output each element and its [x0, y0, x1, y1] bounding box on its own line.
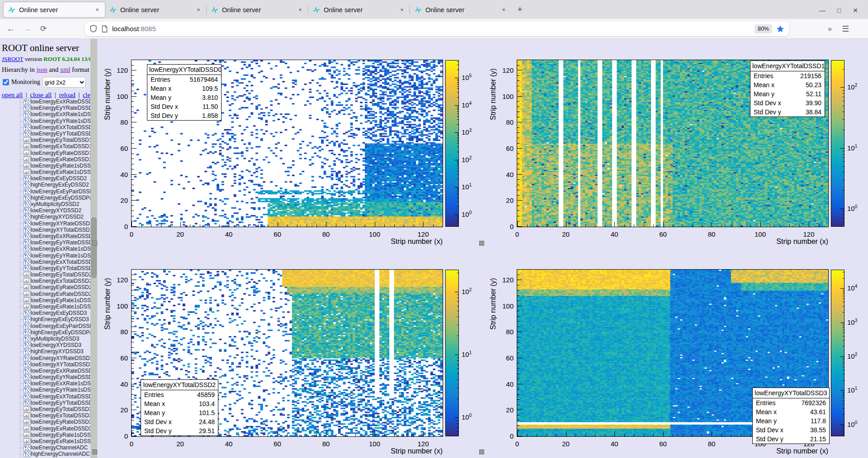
tree-item[interactable]: highEnergyExEyDSSD2 [0, 182, 90, 188]
minimize-icon[interactable]: — [819, 7, 826, 14]
tree-item[interactable]: lowEnergyExTotalDSSD2 [0, 278, 90, 284]
tree-item[interactable]: lowEnergyExXRateDSSD1 [0, 98, 90, 105]
tree-item[interactable]: lowEnergyExXRate1sDSSD1 [0, 111, 90, 117]
url-text[interactable]: localhost:8085 [112, 25, 156, 33]
stats-box[interactable]: lowEnergyXYTotalDSSD1 Entries219156Mean … [750, 61, 825, 117]
tree-item[interactable]: lowEnergyEyYRateDSSD1 [0, 105, 90, 111]
tree-item[interactable]: lowEnergyChannelADC [0, 444, 90, 451]
tree-item[interactable]: lowEnergyEyYRateDSSD3 [0, 374, 90, 380]
browser-tab[interactable]: Online server × [410, 2, 511, 17]
tree-item[interactable]: lowEnergyEyYRate1sDSSD1 [0, 118, 90, 124]
reload-link[interactable]: reload [59, 91, 75, 98]
tree-item[interactable]: lowEnergyXYTotalDSSD3 [0, 361, 90, 368]
colorbar[interactable] [445, 60, 459, 227]
tree-item[interactable]: xyMultiplicityDSSD2 [0, 201, 90, 207]
monitoring-checkbox[interactable] [3, 79, 9, 85]
tab-close-icon[interactable]: × [296, 6, 304, 13]
tree-item[interactable]: lowEnergyXYDSSD3 [0, 342, 90, 348]
tree-item[interactable]: lowEnergyExTotalDSSD1 [0, 143, 90, 150]
hamburger-menu-icon[interactable]: ☰ [842, 24, 849, 34]
browser-tab[interactable]: Online server × [4, 2, 105, 17]
tree-item[interactable]: lowEnergyExXTotalDSSD2 [0, 259, 90, 265]
tree-item[interactable]: lowEnergyEyRate1sDSSD3 [0, 432, 90, 438]
tree-item[interactable]: lowEnergyXYDSSD2 [0, 207, 90, 214]
tree-item[interactable]: lowEnergyExXRate1sDSSD2 [0, 246, 90, 252]
tree-item[interactable]: lowEnergyExRate1sDSSD2 [0, 304, 90, 310]
tree-item[interactable]: lowEnergyExRateDSSD3 [0, 425, 90, 432]
tree-item[interactable]: lowEnergyExRate1sDSSD1 [0, 169, 90, 175]
tab-close-icon[interactable]: × [500, 6, 508, 13]
tree-item[interactable]: highEnergyXYDSSD3 [0, 348, 90, 355]
tree-item[interactable]: lowEnergyExEyDSSD2 [0, 175, 90, 182]
tab-close-icon[interactable]: × [93, 6, 101, 13]
clear-link[interactable]: clear [83, 91, 90, 98]
tree-item[interactable]: lowEnergyEyYTotalDSSD3 [0, 400, 90, 406]
reload-icon[interactable]: ⟳ [37, 24, 50, 33]
tree-item[interactable]: highEnergyExEyDSSD3 [0, 316, 90, 322]
tree-item[interactable]: lowEnergyEyTotalDSSD1 [0, 137, 90, 143]
tree-item[interactable]: lowEnergyEyTotalDSSD2 [0, 271, 90, 278]
tree-item[interactable]: xyMultiplicityDSSD3 [0, 336, 90, 342]
maximize-icon[interactable]: □ [837, 7, 841, 14]
tree-item[interactable]: highEnergyExEyDSSDPair2 [0, 195, 90, 201]
browser-tab[interactable]: Online server × [207, 2, 308, 17]
tree-item[interactable]: lowEnergyEyRate1sDSSD1 [0, 163, 90, 169]
stats-box[interactable]: lowEnergyXYTotalDSSD2 Entries45859Mean x… [141, 379, 218, 436]
tree-item[interactable]: lowEnergyEyYRateDSSD2 [0, 239, 90, 246]
browser-tab[interactable]: Online server × [105, 2, 206, 17]
resize-grip[interactable] [92, 241, 97, 246]
browser-tab[interactable]: Online server × [308, 2, 410, 17]
sidebar-scrollbar[interactable] [90, 39, 97, 458]
tree-item[interactable]: lowEnergyEyRate1sDSSD2 [0, 297, 90, 304]
tree-item[interactable]: lowEnergyEyRateDSSD2 [0, 284, 90, 290]
tree-item[interactable]: lowEnergyExRate1sDSSD3 [0, 438, 90, 444]
colorbar[interactable] [445, 270, 459, 436]
tree-item[interactable]: lowEnergyEyYTotalDSSD1 [0, 131, 90, 137]
jsroot-link[interactable]: JSROOT [2, 56, 23, 62]
zoom-level-badge[interactable]: 80% [755, 24, 772, 33]
json-link[interactable]: json [37, 66, 47, 73]
tree-item[interactable]: lowEnergyXYRateDSSD3 [0, 355, 90, 361]
extensions-overflow-icon[interactable]: » [828, 25, 832, 33]
stats-box[interactable]: lowEnergyXYTotalDSSD3 Entries7692326Mean… [752, 388, 830, 444]
tree-item[interactable]: lowEnergyExEyPairDSSD3 [0, 323, 90, 329]
tree-item[interactable]: lowEnergyExXRateDSSD3 [0, 368, 90, 374]
page-icon[interactable] [101, 25, 108, 33]
url-bar[interactable]: localhost:8085 80% [85, 22, 789, 36]
tree-item[interactable]: lowEnergyExXTotalDSSD3 [0, 393, 90, 400]
tree-item[interactable]: lowEnergyExXTotalDSSD1 [0, 124, 90, 131]
tree-item[interactable]: lowEnergyEyTotalDSSD3 [0, 406, 90, 412]
xml-link[interactable]: xml [60, 66, 71, 73]
new-tab-button[interactable]: + [513, 3, 527, 17]
tree-item[interactable]: lowEnergyEyYRate1sDSSD2 [0, 252, 90, 259]
tree-item[interactable]: lowEnergyExRateDSSD1 [0, 156, 90, 163]
resize-grip[interactable] [92, 449, 97, 454]
bookmark-star-icon[interactable] [776, 25, 784, 33]
tree-item[interactable]: lowEnergyExEyPairDSSD2 [0, 188, 90, 195]
tree-item[interactable]: highEnergyXYDSSD2 [0, 214, 90, 220]
close-all-link[interactable]: close all [30, 91, 52, 98]
resize-grip[interactable] [479, 449, 484, 454]
stats-box[interactable]: lowEnergyXYTotalDSSD0 Entries51679464Mea… [147, 64, 222, 121]
tree-item[interactable]: lowEnergyExXRate1sDSSD3 [0, 380, 90, 387]
tree-item[interactable]: lowEnergyXYRateDSSD2 [0, 220, 90, 227]
tree-item[interactable]: lowEnergyExTotalDSSD3 [0, 412, 90, 419]
layout-mode-select[interactable]: grid 2x2 [42, 77, 86, 88]
colorbar[interactable] [831, 270, 844, 436]
tree-item[interactable]: lowEnergyExRateDSSD2 [0, 291, 90, 297]
tree-item[interactable]: highEnergyChannelADC [0, 451, 90, 457]
tree-item[interactable]: lowEnergyXYTotalDSSD2 [0, 227, 90, 233]
sidebar-scrollbar-thumb[interactable] [91, 217, 97, 278]
tree-item[interactable]: lowEnergyEyRateDSSD3 [0, 419, 90, 425]
tree-item[interactable]: lowEnergyExXRateDSSD2 [0, 233, 90, 239]
shield-icon[interactable] [90, 25, 97, 33]
tree-item[interactable]: lowEnergyEyYRate1sDSSD3 [0, 387, 90, 393]
tree-item[interactable]: lowEnergyEyYTotalDSSD2 [0, 265, 90, 271]
back-icon[interactable]: ← [5, 24, 17, 34]
tab-close-icon[interactable]: × [398, 6, 406, 13]
colorbar[interactable] [831, 60, 844, 227]
tree-item[interactable]: highEnergyExEyDSSDPair3 [0, 329, 90, 336]
forward-icon[interactable]: → [21, 24, 33, 34]
resize-grip[interactable] [479, 241, 484, 246]
tab-close-icon[interactable]: × [194, 6, 203, 13]
